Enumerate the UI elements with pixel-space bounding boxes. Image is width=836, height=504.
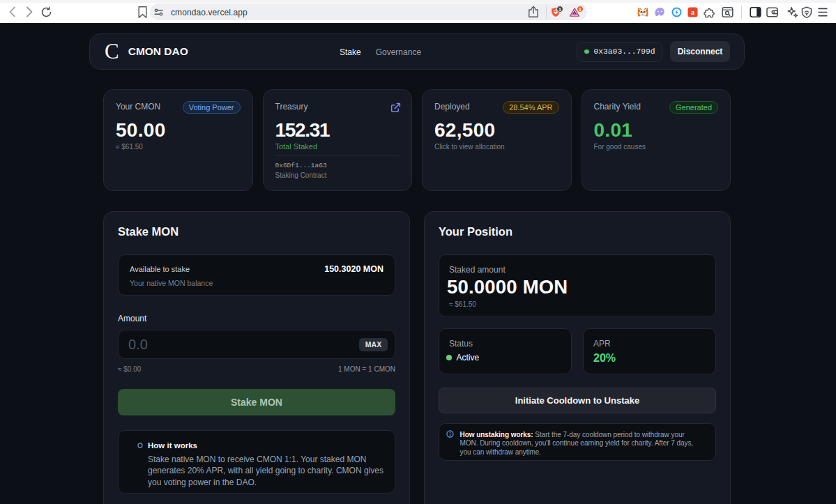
- svg-text:a: a: [691, 8, 694, 16]
